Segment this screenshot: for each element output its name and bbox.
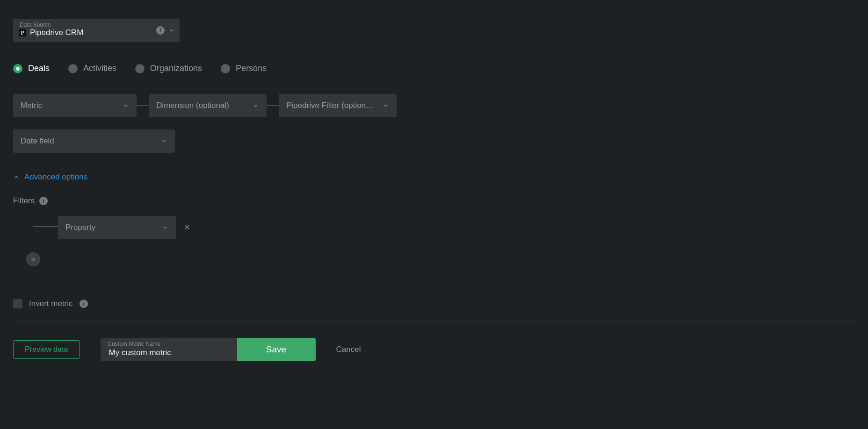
add-filter-button[interactable] (26, 252, 40, 266)
pipedrive-icon: P (19, 29, 26, 36)
object-type-radios: Deals Activities Organizations Persons (13, 64, 855, 73)
chevron-down-icon (162, 224, 168, 231)
info-icon[interactable]: i (80, 300, 88, 308)
dimension-select[interactable]: Dimension (optional) (149, 94, 267, 117)
divider (13, 321, 855, 321)
metric-select[interactable]: Metric (13, 94, 137, 117)
radio-label: Deals (28, 64, 50, 73)
radio-persons[interactable]: Persons (221, 64, 267, 73)
advanced-options-label: Advanced options (24, 172, 87, 182)
invert-metric-label: Invert metric (29, 299, 73, 308)
pipedrive-filter-select[interactable]: Pipedrive Filter (optiona… (279, 94, 397, 117)
property-select[interactable]: Property (58, 216, 176, 239)
select-placeholder: Dimension (optional) (156, 101, 229, 110)
chevron-down-icon (123, 102, 129, 109)
datasource-select[interactable]: Data Source P Pipedrive CRM i (13, 19, 180, 42)
radio-dot-icon (221, 64, 230, 73)
chevron-down-icon (161, 138, 167, 144)
cancel-button[interactable]: Cancel (336, 345, 361, 354)
custom-metric-name-label: Custom Metric Name (108, 341, 161, 347)
radio-organizations[interactable]: Organizations (135, 64, 202, 73)
invert-metric-checkbox[interactable] (13, 299, 22, 308)
connector-line (267, 105, 279, 106)
preview-data-button[interactable]: Preview data (13, 340, 80, 359)
radio-dot-icon (68, 64, 78, 73)
info-icon[interactable]: i (156, 26, 165, 35)
date-field-select[interactable]: Date field (13, 129, 175, 153)
radio-dot-icon (13, 64, 22, 73)
radio-label: Organizations (150, 64, 202, 73)
select-placeholder: Date field (21, 136, 54, 146)
radio-deals[interactable]: Deals (13, 64, 50, 73)
select-placeholder: Pipedrive Filter (optiona… (286, 101, 378, 110)
remove-filter-icon[interactable] (183, 223, 191, 232)
datasource-label: Data Source (20, 21, 51, 28)
chevron-down-icon (168, 27, 175, 34)
radio-label: Activities (83, 64, 116, 73)
filters-label: Filters (13, 196, 35, 206)
radio-label: Persons (236, 64, 267, 73)
chevron-down-icon (253, 102, 259, 109)
connector-line (137, 105, 149, 106)
custom-metric-name-field[interactable]: Custom Metric Name (101, 338, 237, 361)
radio-dot-icon (135, 64, 145, 73)
chevron-down-icon (383, 102, 389, 109)
select-placeholder: Metric (21, 101, 42, 110)
datasource-value: Pipedrive CRM (30, 28, 83, 37)
save-button[interactable]: Save (237, 338, 316, 361)
info-icon[interactable]: i (39, 197, 48, 205)
advanced-options-toggle[interactable]: Advanced options (13, 172, 87, 182)
chevron-up-icon (13, 174, 20, 180)
select-placeholder: Property (65, 223, 95, 232)
radio-activities[interactable]: Activities (68, 64, 116, 73)
custom-metric-name-input[interactable] (108, 348, 230, 361)
